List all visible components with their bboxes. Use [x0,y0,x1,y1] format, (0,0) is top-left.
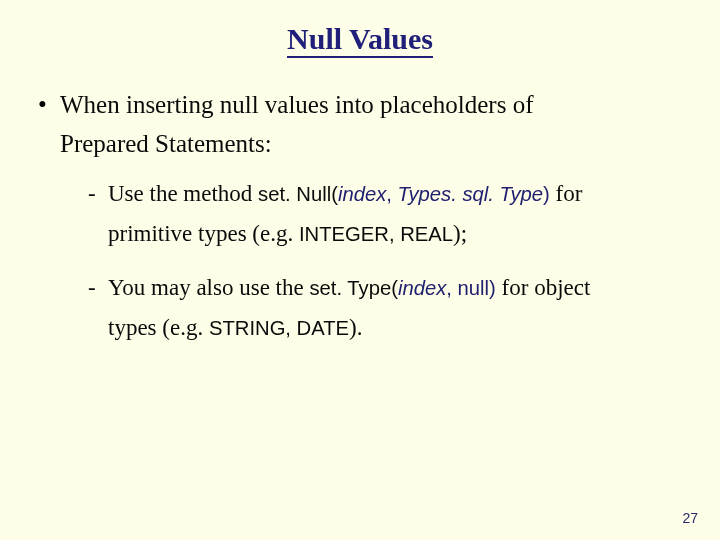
slide: Null Values When inserting null values i… [0,0,720,540]
bullet-item: When inserting null values into placehol… [38,86,692,349]
bullet-text-line1: When inserting null values into placehol… [60,91,534,118]
code: , [386,183,397,205]
bullet-list: When inserting null values into placehol… [28,86,692,349]
code-arg: index [398,277,446,299]
slide-title: Null Values [28,22,692,56]
t: types (e.g. [108,315,209,340]
t: for object [496,275,591,300]
sub-item-1: Use the method set. Null(index, Types. s… [88,174,692,255]
t: for [550,181,583,206]
code: , [446,277,457,299]
bullet-text-line2: Prepared Statements: [60,130,272,157]
title-text: Null Values [287,22,433,58]
code: STRING, DATE [209,317,349,339]
code-arg: null [458,277,490,299]
code: ) [543,183,550,205]
code: INTEGER, REAL [299,223,453,245]
sub-item-2: You may also use the set. Type(index, nu… [88,268,692,349]
code: ) [489,277,496,299]
page-number: 27 [682,510,698,526]
code-arg: index [338,183,386,205]
t: ); [453,221,467,246]
t: You may also use the [108,275,309,300]
code: set. Null( [258,183,338,205]
t: ). [349,315,362,340]
sub-list: Use the method set. Null(index, Types. s… [60,174,692,349]
code-arg: Types. sql. Type [398,183,543,205]
t: primitive types (e.g. [108,221,299,246]
t: Use the method [108,181,258,206]
code: set. Type( [309,277,397,299]
